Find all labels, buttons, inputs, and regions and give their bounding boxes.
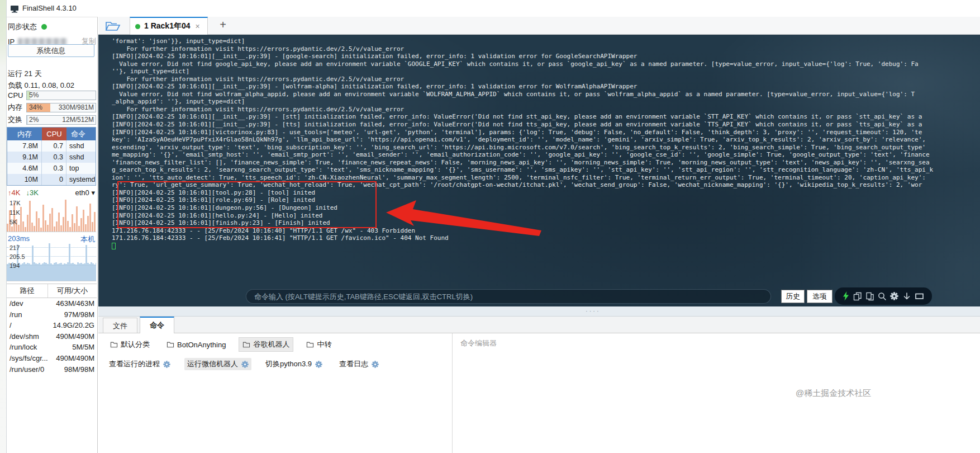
disk-size: 97M/98M <box>64 309 97 320</box>
ping-latency-graph: 217205.5194 <box>7 243 96 281</box>
command-editor-title: 命令编辑器 <box>460 338 497 348</box>
network-bar <box>36 211 37 232</box>
process-cell: 4.6M <box>7 163 42 174</box>
network-bar <box>87 216 89 232</box>
network-bar <box>40 228 42 232</box>
run-script-icon[interactable] <box>843 291 849 301</box>
gear-icon[interactable] <box>241 361 249 368</box>
process-cell: 0.3 <box>42 152 66 163</box>
process-table: 内存CPU命令 7.8M0.7sshd9.1M0.3sshd4.6M0.3top… <box>7 127 96 186</box>
network-bar <box>63 217 64 232</box>
network-bar <box>83 210 84 232</box>
network-bar <box>11 226 13 232</box>
command-item-label: 切换python3.9 <box>265 359 312 369</box>
process-cell: systemd <box>66 174 96 185</box>
terminal-line: 'finance_news_filter_list': [], 'finance… <box>112 159 980 167</box>
grid-line <box>7 265 96 266</box>
settings-gear-icon[interactable] <box>890 292 898 300</box>
panel-splitter[interactable]: ···· <box>98 306 980 317</box>
network-bar <box>58 213 60 232</box>
command-item[interactable]: 查看日志 <box>336 358 382 370</box>
terminal-line: _alpha_appid': ''}, input_type=dict] <box>112 98 980 106</box>
network-bar <box>72 214 73 232</box>
process-row: 7.8M0.7sshd <box>7 140 96 152</box>
folder-tab[interactable]: 默认分类 <box>106 337 154 352</box>
chevron-down-icon: ▾ <box>91 188 95 197</box>
folder-tab[interactable]: 中转 <box>302 337 335 352</box>
left-edge-strip <box>0 0 7 453</box>
network-bar <box>80 218 82 232</box>
network-bar <box>85 224 87 232</box>
command-item-label: 查看日志 <box>339 359 368 369</box>
watermark: @稀土掘金技术社区 <box>796 388 871 399</box>
search-icon[interactable] <box>878 292 887 301</box>
network-bar <box>60 225 62 232</box>
terminal-line: Value error, Did not find wolfram_alpha_… <box>112 91 980 98</box>
swap-bar: 2% 12M/512M <box>26 115 96 125</box>
download-rate: ↓3K <box>26 188 38 197</box>
process-row: 9.1M0.3sshd <box>7 152 96 163</box>
session-tab[interactable]: 1 Rack1年04 × <box>130 17 208 35</box>
network-bar <box>69 227 71 232</box>
memory-value: 330M/981M <box>59 103 94 112</box>
folder-tab-label: 中转 <box>317 339 331 350</box>
command-editor-panel[interactable]: 命令编辑器 <box>452 333 980 453</box>
folder-icon <box>306 341 314 348</box>
gear-icon[interactable] <box>315 361 322 368</box>
interface-selector[interactable]: eth0 ▾ <box>75 188 95 197</box>
splitter-handle[interactable]: ···· <box>586 308 601 314</box>
download-icon[interactable] <box>902 292 911 301</box>
disk-path: /run <box>7 309 64 320</box>
command-item[interactable]: 切换python3.9 <box>263 358 325 370</box>
process-row: 10M0systemd <box>7 174 96 185</box>
system-info-button[interactable]: 系统信息 <box>8 44 94 57</box>
upload-rate: ↑4K <box>8 188 20 197</box>
terminal-line: g_search_top_k_results': 2, 'searxng_sea… <box>112 166 980 174</box>
network-bar <box>13 202 15 232</box>
process-cell: 9.1M <box>7 152 42 163</box>
memory-label: 内存 <box>8 102 26 112</box>
terminal-line: [INFO][2024-02-25 10:16:01][__init__.py:… <box>112 121 980 129</box>
close-tab-icon[interactable]: × <box>196 22 200 31</box>
network-bar <box>27 215 28 232</box>
annotation-box <box>117 181 377 228</box>
memory-usage-row: 内存 34% 330M/981M <box>8 102 96 112</box>
terminal-line: For further information visit https://er… <box>112 76 980 83</box>
terminal-line: ion': '', 'tts_auto_detect': True, 'tts_… <box>112 174 980 182</box>
axis-tick-label: 205.5 <box>9 253 25 260</box>
title-bar: FinalShell 4.3.10 <box>0 0 980 17</box>
cpu-bar: 5% <box>26 91 96 100</box>
disk-size: 14.9G/20.2G <box>53 320 97 331</box>
process-cell: sshd <box>66 140 96 152</box>
gear-icon[interactable] <box>163 361 170 368</box>
folder-tab[interactable]: BotOnAnything <box>163 338 230 351</box>
folder-tab[interactable]: 谷歌机器人 <box>239 337 293 352</box>
terminal-cursor <box>112 243 116 249</box>
folder-tab-label: 谷歌机器人 <box>253 339 289 350</box>
disk-row: /dev/shm490M/490M <box>7 331 97 342</box>
disk-size: 5M/5M <box>72 342 97 353</box>
paste-icon[interactable] <box>865 292 874 301</box>
swap-bar-fill <box>27 116 28 124</box>
disk-table-body: /dev463M/463M/run97M/98M/14.9G/20.2G/dev… <box>7 298 97 375</box>
load-average-text: 负载 0.11, 0.08, 0.02 <box>8 81 74 91</box>
network-bar <box>34 226 35 232</box>
tab-files[interactable]: 文件 <box>103 318 137 333</box>
copy-icon[interactable] <box>853 292 862 301</box>
tab-commands[interactable]: 命令 <box>140 317 174 333</box>
command-panel: 默认分类BotOnAnything谷歌机器人中转 查看运行的进程运行微信机器人切… <box>98 333 452 453</box>
history-button[interactable]: 历史 <box>781 290 805 303</box>
terminal-area[interactable]: 'format': 'json'}}, input_type=dict] For… <box>98 35 980 306</box>
new-tab-button[interactable]: + <box>217 18 229 31</box>
command-input[interactable] <box>246 289 771 304</box>
window-mode-icon[interactable] <box>915 292 924 300</box>
gear-icon[interactable] <box>372 361 379 368</box>
disk-size: 98M/98M <box>64 364 97 375</box>
open-folder-icon[interactable] <box>105 20 121 34</box>
process-cell: top <box>66 163 96 174</box>
disk-size: 463M/463M <box>56 298 97 309</box>
network-bar <box>42 205 44 232</box>
command-item[interactable]: 查看运行的进程 <box>106 358 173 370</box>
options-button[interactable]: 选项 <box>807 290 832 303</box>
command-item[interactable]: 运行微信机器人 <box>184 358 251 370</box>
